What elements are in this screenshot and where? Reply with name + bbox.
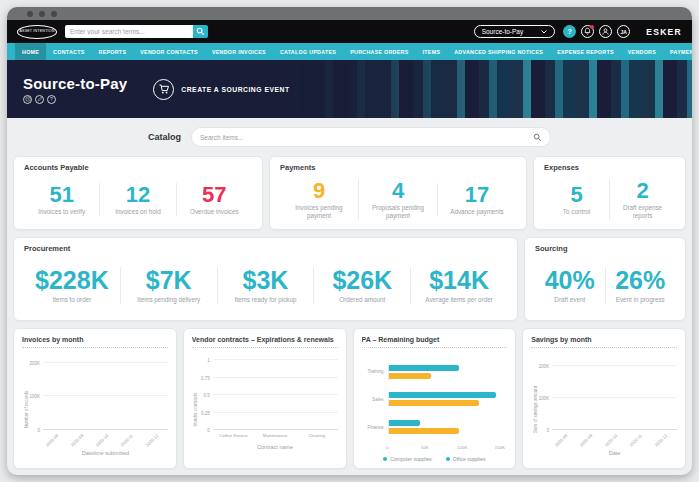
kpi-value: 17	[442, 183, 512, 206]
card-title: Sourcing	[535, 244, 675, 253]
bar-column	[213, 356, 255, 430]
bar-column	[254, 356, 296, 430]
nav-item-vendors[interactable]: VENDORS	[621, 43, 663, 60]
y-tick-label: 0	[37, 428, 40, 433]
kpi-stat: 26%Event in progress	[605, 267, 676, 303]
create-sourcing-event-button[interactable]: CREATE A SOURCING EVENT	[153, 79, 289, 100]
card-title: Payments	[280, 163, 516, 172]
nav-item-home[interactable]: HOME	[15, 43, 46, 60]
nav-item-catalog-updates[interactable]: CATALOG UPDATES	[273, 43, 343, 60]
banner-artwork	[281, 60, 692, 118]
global-search-input[interactable]	[65, 25, 193, 38]
vendor-contracts-chart: Vendor contracts – Expirations & renewal…	[183, 328, 347, 469]
help-icon[interactable]: ?	[47, 95, 56, 104]
kpi-value: $26K	[318, 267, 406, 293]
kpi-stat: 9Invoices pending payment	[280, 179, 358, 220]
y-tick-label: 0.75	[201, 375, 210, 380]
kpi-value: 2	[614, 179, 671, 202]
kpi-label: Advance payments	[442, 208, 512, 216]
x-category-text: 2020-11	[629, 433, 643, 447]
h-bar-group	[388, 419, 508, 435]
window-control-dot[interactable]	[27, 11, 33, 17]
catalog-search-box	[191, 127, 551, 147]
h-category-label: Sales	[362, 397, 388, 402]
kpi-stat: $26KOrdered amount	[313, 267, 410, 303]
y-axis-label: Vendor contracts	[192, 356, 201, 463]
banner-heading-block: Source-to-Pay ?	[23, 75, 127, 104]
bar-column	[602, 356, 627, 430]
y-tick-label: 0.5	[203, 393, 209, 398]
nav-item-vendor-invoices[interactable]: VENDOR INVOICES	[205, 43, 273, 60]
x-category-label: 2020-08	[552, 430, 577, 448]
window-control-dot[interactable]	[39, 11, 45, 17]
legend-item: Computer supplies	[383, 456, 432, 462]
app-top-bar: ASSET INTENTION Source-to-Pay ?	[7, 20, 692, 43]
bar-column	[296, 356, 338, 430]
user-avatar[interactable]: JA	[617, 25, 630, 38]
notifications-button[interactable]	[581, 25, 594, 38]
x-category-text: Coffee Service	[213, 433, 255, 438]
nav-item-expense-reports[interactable]: EXPENSE REPORTS	[550, 43, 621, 60]
nav-item-advanced-shipping-notices[interactable]: ADVANCED SHIPPING NOTICES	[447, 43, 550, 60]
chart-body: Number of records0100K200K2020-082020-09…	[22, 356, 168, 463]
plot: 00.250.50.751	[213, 356, 338, 430]
help-button[interactable]: ?	[563, 25, 576, 38]
window-titlebar	[7, 7, 692, 20]
charts-row: Invoices by monthNumber of records0100K2…	[13, 328, 686, 469]
x-axis-label: Contract name	[213, 444, 338, 450]
x-tick-labels: 050K100K150K	[388, 443, 508, 452]
y-axis-label: Number of records	[22, 356, 31, 463]
app-switcher-dropdown[interactable]: Source-to-Pay	[474, 25, 556, 38]
search-icon[interactable]	[533, 133, 542, 142]
bar-column	[627, 356, 652, 430]
window-control-dot[interactable]	[51, 11, 57, 17]
search-icon	[196, 27, 205, 36]
chart-body: Vendor contracts00.250.50.751Coffee Serv…	[192, 356, 338, 463]
catalog-search-input[interactable]	[200, 134, 533, 141]
card-title: Expenses	[544, 163, 675, 172]
global-search-button[interactable]	[193, 25, 208, 38]
h-category-label: Training	[362, 369, 388, 374]
x-axis-label: Datetime submitted	[43, 450, 168, 456]
company-logo: ASSET INTENTION	[17, 25, 57, 39]
chart-body: TrainingSalesFinance050K100K150KComputer…	[362, 356, 508, 463]
kpi-value: 40%	[539, 267, 601, 293]
x-axis-label: Date	[552, 450, 677, 456]
bar-columns	[213, 356, 338, 430]
kpi-label: Overdue invoices	[181, 208, 248, 216]
nav-item-items[interactable]: ITEMS	[416, 43, 448, 60]
bar-column	[143, 356, 168, 430]
chart-title: Savings by month	[531, 336, 677, 348]
page-title: Source-to-Pay	[23, 75, 127, 92]
app-switcher-value: Source-to-Pay	[482, 28, 524, 35]
x-category-label: 2020-12	[652, 430, 677, 448]
bar-columns	[43, 356, 168, 430]
person-icon	[601, 27, 610, 36]
edit-icon[interactable]	[35, 95, 44, 104]
kpi-label: Invoices pending payment	[284, 204, 354, 220]
x-tick-row: 050K100K150K	[362, 443, 508, 452]
y-tick-label: 200K	[539, 363, 550, 368]
h-bar-row: Sales	[362, 391, 508, 407]
kpi-label: To control	[548, 208, 605, 216]
nav-item-payments-proposals[interactable]: PAYMENTS PROPOSALS	[663, 43, 692, 60]
kpi-value: $14K	[415, 267, 503, 293]
h-bar-row: Training	[362, 364, 508, 380]
procurement-card: Procurement$228KItems to order$7KItems p…	[13, 237, 518, 321]
kpi-label: Invoices to verify	[28, 208, 95, 216]
nav-item-vendor-contacts[interactable]: VENDOR CONTACTS	[133, 43, 205, 60]
notification-badge	[590, 25, 594, 29]
history-icon[interactable]	[23, 95, 32, 104]
nav-item-purchase-orders[interactable]: PURCHASE ORDERS	[343, 43, 415, 60]
bar-column	[552, 356, 577, 430]
h-bar-yellow	[389, 400, 480, 406]
y-axis-label-text: Vendor contracts	[194, 393, 199, 427]
nav-item-reports[interactable]: REPORTS	[92, 43, 134, 60]
card-title: Procurement	[24, 244, 507, 253]
pa-remaining-budget-chart: PA – Remaining budgetTrainingSalesFinanc…	[353, 328, 517, 469]
x-tick-spacer	[362, 443, 388, 452]
nav-item-contacts[interactable]: CONTACTS	[46, 43, 91, 60]
x-category-labels: 2020-082020-092020-102020-112020-12	[43, 430, 168, 448]
x-tick-label: 0	[386, 445, 388, 450]
profile-button[interactable]	[599, 25, 612, 38]
